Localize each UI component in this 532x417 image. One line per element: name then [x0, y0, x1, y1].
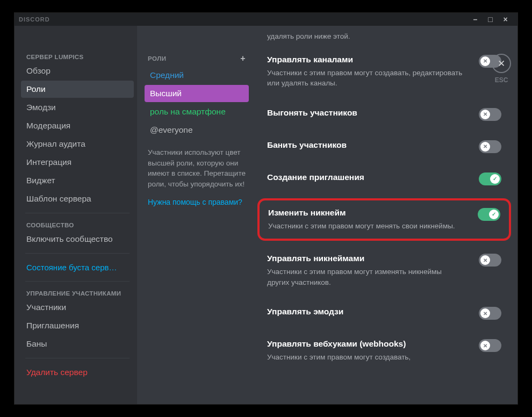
esc-label: ESC	[492, 76, 511, 84]
perm-title: Управлять каналами	[267, 55, 501, 64]
roles-header-label: РОЛИ	[148, 55, 167, 62]
roles-column: РОЛИ + Средний Высший роль на смартфоне …	[137, 26, 254, 404]
perm-title: Банить участников	[267, 140, 501, 150]
toggle-manage-emoji[interactable]	[479, 307, 501, 320]
nav-members[interactable]: Участники	[21, 299, 134, 316]
close-panel: ✕ ESC	[492, 54, 511, 84]
perm-create-invite: Создание приглашения	[267, 163, 501, 195]
perm-fragment: удалять роли ниже этой.	[267, 31, 501, 45]
close-icon: ✕	[498, 58, 505, 69]
perm-title: Управлять эмодзи	[267, 307, 501, 317]
content: СЕРВЕР LUMPICS Обзор Роли Эмодзи Модерац…	[15, 26, 517, 404]
divider	[25, 253, 130, 254]
perm-title: Управлять никнеймами	[267, 254, 501, 263]
maximize-button[interactable]: □	[483, 13, 498, 25]
perm-title: Изменить никнейм	[268, 208, 500, 218]
perm-title: Создание приглашения	[267, 172, 501, 182]
close-settings-button[interactable]: ✕	[492, 54, 511, 73]
nav-audit-log[interactable]: Журнал аудита	[21, 135, 134, 153]
perm-manage-webhooks: Управлять вебхуками (webhooks) Участники…	[267, 329, 501, 363]
nav-integrations[interactable]: Интеграция	[21, 154, 134, 171]
nav-boost-status[interactable]: Состояние буста серв…	[21, 259, 134, 276]
divider	[25, 213, 130, 213]
server-header: СЕРВЕР LUMPICS	[21, 51, 134, 62]
roles-help-link[interactable]: Нужна помощь с правами?	[145, 189, 249, 206]
toggle-manage-webhooks[interactable]	[479, 339, 501, 352]
nav-template[interactable]: Шаблон сервера	[21, 190, 134, 207]
perm-desc: Участники с этим правом могут создавать,	[267, 352, 501, 363]
nav-invites[interactable]: Приглашения	[21, 317, 134, 334]
toggle-change-nickname[interactable]	[478, 208, 500, 221]
toggle-manage-nicknames[interactable]	[479, 254, 501, 267]
nav-moderation[interactable]: Модерация	[21, 117, 134, 134]
toggle-kick-members[interactable]	[479, 108, 501, 121]
perm-manage-nicknames: Управлять никнеймами Участники с этим пр…	[267, 244, 501, 297]
toggle-create-invite[interactable]	[479, 172, 501, 185]
nav-overview[interactable]: Обзор	[21, 62, 134, 80]
role-item-everyone[interactable]: @everyone	[145, 121, 249, 139]
community-header: СООБЩЕСТВО	[21, 219, 134, 231]
discord-window: DISCORD – □ × СЕРВЕР LUMPICS Обзор Роли …	[14, 12, 518, 405]
toggle-ban-members[interactable]	[479, 140, 501, 153]
perm-kick-members: Выгонять участников	[267, 98, 501, 131]
perm-title: Выгонять участников	[267, 108, 501, 118]
role-item-medium[interactable]: Средний	[145, 67, 249, 84]
permissions-column: удалять роли ниже этой. Управлять канала…	[254, 26, 517, 404]
nav-enable-community[interactable]: Включить сообщество	[21, 231, 134, 248]
divider	[25, 281, 130, 282]
sidebar: СЕРВЕР LUMPICS Обзор Роли Эмодзи Модерац…	[15, 26, 137, 404]
role-item-smartphone[interactable]: роль на смартфоне	[145, 103, 249, 120]
roles-hint: Участники используют цвет высшей роли, к…	[145, 140, 249, 189]
nav-delete-server[interactable]: Удалить сервер	[21, 364, 134, 381]
management-header: УПРАВЛЕНИЕ УЧАСТНИКАМИ	[21, 287, 134, 299]
nav-roles[interactable]: Роли	[21, 81, 134, 98]
perm-change-nickname-highlighted: Изменить никнейм Участники с этим правом…	[257, 198, 511, 241]
perm-manage-channels: Управлять каналами Участники с этим прав…	[267, 45, 501, 98]
roles-header: РОЛИ +	[145, 51, 249, 67]
divider	[25, 358, 130, 358]
role-item-highest[interactable]: Высший	[145, 85, 249, 102]
perm-ban-members: Банить участников	[267, 131, 501, 163]
nav-bans[interactable]: Баны	[21, 335, 134, 353]
perm-desc: Участники с этим правом могут изменять н…	[267, 267, 501, 287]
close-window-button[interactable]: ×	[498, 13, 513, 25]
perm-manage-emoji: Управлять эмодзи	[267, 297, 501, 329]
add-role-icon[interactable]: +	[240, 54, 246, 63]
perm-desc: Участники с этим правом могут менять сво…	[268, 221, 500, 232]
minimize-button[interactable]: –	[468, 13, 483, 25]
perm-desc: Участники с этим правом могут создавать,…	[267, 68, 501, 89]
nav-emoji[interactable]: Эмодзи	[21, 99, 134, 116]
perm-title: Управлять вебхуками (webhooks)	[267, 339, 501, 349]
nav-widget[interactable]: Виджет	[21, 172, 134, 189]
app-name: DISCORD	[19, 16, 50, 23]
titlebar: DISCORD – □ ×	[15, 13, 517, 26]
